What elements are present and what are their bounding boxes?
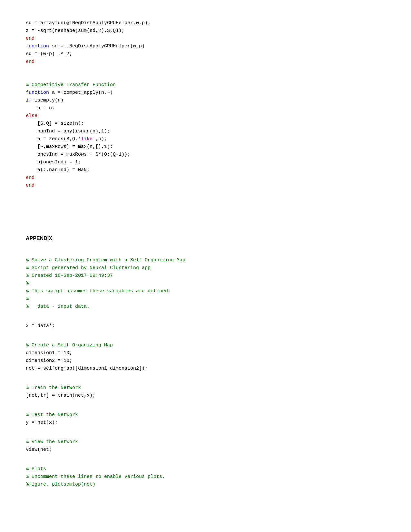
code-competitive-section: % Competitive Transfer Function function…	[26, 73, 385, 189]
code-line-2: z = -sqrt(reshape(sum(sd,2),S,Q));	[26, 28, 124, 34]
code-x-assign: x = data';	[26, 323, 55, 329]
code-dim1: dimension1 = 10;	[26, 350, 72, 356]
else-keyword: else	[26, 113, 37, 119]
comment-som: % Create a Self-Organizing Map	[26, 343, 113, 348]
comment-competitive: % Competitive Transfer Function	[26, 82, 116, 88]
appendix-heading: APPENDIX	[26, 235, 385, 242]
code-compet-10: a(onesInd) = 1;	[26, 160, 81, 165]
code-appendix-section: % Solve a Clustering Problem with a Self…	[26, 249, 385, 311]
comment-train: % Train the Network	[26, 385, 81, 391]
code-compet-2: if isempty(n)	[26, 98, 64, 103]
code-line-6-end: end	[26, 59, 34, 64]
code-top-section: sd = arrayfun(@iNegDistApplyGPUHelper,w,…	[26, 19, 385, 66]
code-appendix-som: % Create a Self-Organizing Map dimension…	[26, 334, 385, 372]
code-compet-7: a = zeros(S,Q,'like',n);	[26, 136, 107, 142]
code-test: y = net(x);	[26, 420, 58, 425]
comment-test: % Test the Network	[26, 412, 78, 418]
comment-appendix-7: % data - input data.	[26, 304, 90, 309]
string-like: 'like'	[78, 136, 95, 142]
code-compet-end2: end	[26, 183, 34, 188]
code-train: [net,tr] = train(net,x);	[26, 393, 95, 398]
code-compet-6: nanInd = any(isnan(n),1);	[26, 129, 110, 134]
code-compet-5: [S,Q] = size(n);	[26, 121, 84, 126]
code-container: sd = arrayfun(@iNegDistApplyGPUHelper,w,…	[26, 19, 385, 488]
code-dim2: dimension2 = 10;	[26, 358, 72, 363]
code-compet-1: function a = compet_apply(n,~)	[26, 90, 113, 95]
comment-appendix-3: % Created 18-Sep-2017 09:49:37	[26, 273, 113, 278]
function-keyword-1: function	[26, 44, 49, 49]
code-line-5: sd = (w-p) .^ 2;	[26, 51, 72, 57]
code-appendix-plots: % Plots % Uncomment these lines to enabl…	[26, 458, 385, 488]
comment-appendix-2: % Script generated by Neural Clustering …	[26, 265, 151, 271]
code-compet-11: a(:,nanInd) = NaN;	[26, 167, 90, 173]
code-compet-4: else	[26, 113, 37, 119]
comment-appendix-6: %	[26, 296, 29, 302]
code-appendix-train: % Train the Network [net,tr] = train(net…	[26, 376, 385, 400]
code-appendix-x: x = data';	[26, 314, 385, 330]
code-line-4: function sd = iNegDistApplyGPUHelper(w,p…	[26, 44, 145, 49]
comment-plots-3: %figure, plotsomtop(net)	[26, 482, 95, 487]
code-net-som: net = selforgmap([dimension1 dimension2]…	[26, 366, 148, 371]
code-line-3-end: end	[26, 36, 34, 41]
comment-plots-2: % Uncomment these lines to enable variou…	[26, 474, 165, 479]
code-view: view(net)	[26, 447, 52, 452]
code-compet-9: onesInd = maxRows + S*(0:(Q-1));	[26, 152, 130, 157]
comment-appendix-5: % This script assumes these variables ar…	[26, 288, 171, 294]
code-appendix-test: % Test the Network y = net(x);	[26, 403, 385, 427]
function-keyword-2: function	[26, 90, 49, 95]
code-compet-8: [~,maxRows] = max(n,[],1);	[26, 144, 113, 150]
if-keyword: if	[26, 98, 32, 103]
comment-plots-1: % Plots	[26, 466, 46, 472]
spacer-1	[26, 189, 385, 215]
comment-appendix-4: %	[26, 281, 29, 286]
code-compet-end1: end	[26, 175, 34, 180]
code-compet-3: a = n;	[26, 105, 55, 111]
comment-appendix-1: % Solve a Clustering Problem with a Self…	[26, 257, 185, 263]
code-line-1: sd = arrayfun(@iNegDistApplyGPUHelper,w,…	[26, 20, 151, 26]
code-appendix-view: % View the Network view(net)	[26, 430, 385, 454]
comment-view: % View the Network	[26, 439, 78, 445]
